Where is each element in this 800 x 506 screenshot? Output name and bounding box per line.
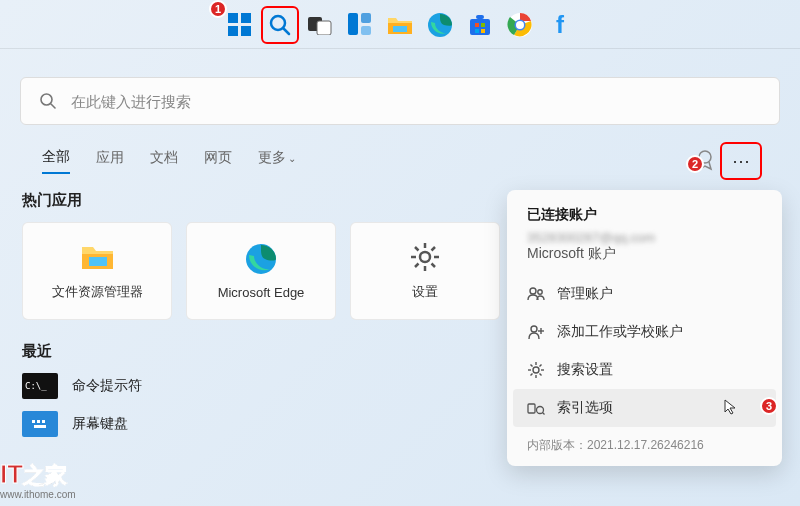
svg-rect-39	[32, 420, 35, 423]
keyboard-icon	[22, 411, 58, 437]
svg-line-36	[415, 264, 419, 268]
menu-add-account[interactable]: 添加工作或学校账户	[507, 313, 782, 351]
svg-point-23	[41, 94, 52, 105]
svg-rect-18	[481, 29, 485, 33]
tab-more[interactable]: 更多⌄	[258, 149, 296, 173]
svg-line-35	[432, 264, 436, 268]
svg-line-24	[51, 104, 55, 108]
svg-line-5	[283, 28, 289, 34]
menu-account-type: Microsoft 账户	[507, 245, 782, 275]
search-taskbar-icon[interactable]	[265, 10, 295, 40]
task-view-icon[interactable]	[305, 10, 335, 40]
menu-item-label: 搜索设置	[557, 361, 613, 379]
svg-line-54	[540, 374, 542, 376]
svg-rect-42	[34, 425, 46, 428]
svg-rect-16	[481, 23, 485, 27]
explorer-taskbar-icon[interactable]	[385, 10, 415, 40]
svg-point-29	[420, 252, 430, 262]
index-icon	[527, 399, 545, 417]
menu-index-options[interactable]: 索引选项 3	[513, 389, 776, 427]
search-icon	[39, 92, 57, 110]
svg-point-44	[538, 290, 542, 294]
chevron-down-icon: ⌄	[288, 153, 296, 164]
app-label: Microsoft Edge	[218, 285, 305, 300]
f-app-icon[interactable]: f	[545, 10, 575, 40]
svg-rect-19	[476, 15, 484, 19]
svg-point-43	[530, 288, 536, 294]
svg-rect-8	[348, 13, 358, 35]
widgets-icon[interactable]	[345, 10, 375, 40]
svg-point-45	[531, 326, 537, 332]
menu-header: 已连接账户	[507, 204, 782, 230]
menu-version: 内部版本：2021.12.17.26246216	[507, 427, 782, 456]
more-options-button[interactable]: ⋯	[724, 146, 758, 176]
svg-rect-12	[393, 26, 407, 32]
ellipsis-icon: ⋯	[732, 150, 750, 172]
people-icon	[527, 285, 545, 303]
start-icon[interactable]: 1	[225, 10, 255, 40]
account-menu-popup: 已连接账户 3528300287@qq.com Microsoft 账户 管理账…	[507, 190, 782, 466]
svg-point-22	[516, 21, 524, 29]
svg-rect-3	[241, 26, 251, 36]
tab-docs[interactable]: 文档	[150, 149, 178, 173]
taskbar: 1 f	[0, 0, 800, 44]
app-label: 设置	[412, 283, 438, 301]
menu-email: 3528300287@qq.com	[507, 230, 782, 245]
svg-rect-15	[475, 23, 479, 27]
gear-icon	[409, 241, 441, 273]
gear-icon	[527, 361, 545, 379]
app-label: 文件资源管理器	[52, 283, 143, 301]
svg-line-34	[415, 247, 419, 251]
menu-manage-account[interactable]: 管理账户	[507, 275, 782, 313]
svg-line-59	[543, 413, 545, 415]
filter-tabs: 全部 应用 文档 网页 更多⌄ 2 ⋯	[20, 145, 780, 177]
svg-rect-38	[29, 417, 51, 431]
folder-icon	[81, 241, 113, 273]
svg-rect-1	[241, 13, 251, 23]
app-card-explorer[interactable]: 文件资源管理器	[22, 222, 172, 320]
menu-item-label: 添加工作或学校账户	[557, 323, 683, 341]
svg-point-58	[537, 407, 544, 414]
cursor-icon	[724, 399, 738, 418]
svg-rect-10	[361, 26, 371, 35]
svg-rect-27	[89, 257, 107, 266]
app-card-edge[interactable]: Microsoft Edge	[186, 222, 336, 320]
folder-icon	[387, 14, 413, 36]
watermark: IT之家 www.ithome.com	[0, 459, 76, 500]
svg-rect-9	[361, 13, 371, 23]
taskview-icon	[308, 15, 332, 35]
search-input[interactable]	[71, 93, 761, 110]
rewards-icon[interactable]: 2	[694, 149, 716, 174]
edge-taskbar-icon[interactable]	[425, 10, 455, 40]
svg-rect-14	[470, 19, 490, 35]
chrome-icon-svg	[507, 12, 533, 38]
menu-item-label: 管理账户	[557, 285, 613, 303]
annotation-badge-1: 1	[209, 0, 227, 18]
add-person-icon	[527, 323, 545, 341]
tab-apps[interactable]: 应用	[96, 149, 124, 173]
msstore-icon	[468, 13, 492, 37]
tab-web[interactable]: 网页	[204, 149, 232, 173]
svg-line-56	[540, 365, 542, 367]
tab-all[interactable]: 全部	[42, 148, 70, 174]
svg-point-48	[533, 367, 539, 373]
svg-rect-0	[228, 13, 238, 23]
svg-rect-41	[42, 420, 45, 423]
edge-icon	[245, 243, 277, 275]
svg-rect-2	[228, 26, 238, 36]
search-icon	[267, 12, 293, 38]
menu-search-settings[interactable]: 搜索设置	[507, 351, 782, 389]
store-icon[interactable]	[465, 10, 495, 40]
letter-f-icon: f	[556, 11, 564, 39]
menu-item-label: 索引选项	[557, 399, 613, 417]
svg-line-37	[432, 247, 436, 251]
terminal-icon: C:\_	[22, 373, 58, 399]
chrome-icon[interactable]	[505, 10, 535, 40]
svg-rect-7	[317, 21, 331, 35]
edge-icon	[427, 12, 453, 38]
svg-line-53	[531, 365, 533, 367]
search-box[interactable]	[20, 77, 780, 125]
svg-rect-17	[475, 29, 479, 33]
app-card-settings[interactable]: 设置	[350, 222, 500, 320]
svg-rect-40	[37, 420, 40, 423]
